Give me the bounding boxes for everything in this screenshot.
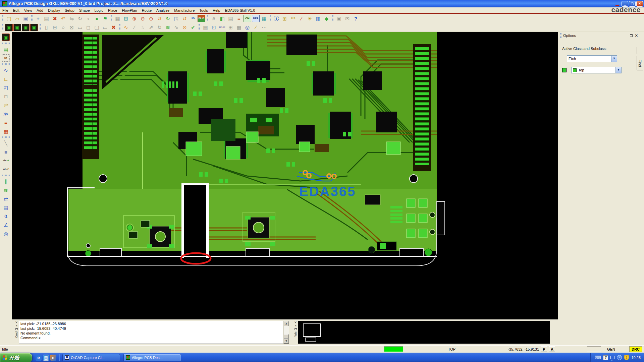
keyboard-icon[interactable]: ⌨	[595, 355, 601, 360]
menu-shape[interactable]: Shape	[77, 8, 92, 13]
clipboard-icon[interactable]: ▤	[202, 24, 209, 31]
add-slot-icon[interactable]: ⊟	[51, 24, 59, 31]
tab-visibility[interactable]	[637, 47, 639, 54]
task-orcad-capture[interactable]: OrCAD Capture CI...	[62, 354, 120, 361]
menu-help[interactable]: Help	[210, 8, 223, 13]
paste-icon[interactable]: ▤	[43, 15, 50, 22]
waive-drc-icon[interactable]: ◆	[323, 15, 330, 22]
menu-eda365-skill[interactable]: EDA365 Skill V1.0	[223, 8, 258, 13]
measure-icon[interactable]: ∠	[2, 221, 10, 229]
toolbar-grip[interactable]	[2, 175, 10, 176]
menu-place[interactable]: Place	[106, 8, 120, 13]
copy-route-icon[interactable]: ↯	[2, 213, 10, 220]
constraint-manager-icon[interactable]: CM	[244, 15, 251, 22]
redraw-icon[interactable]: ↺	[181, 15, 189, 22]
move-icon[interactable]: +	[34, 15, 42, 22]
tune-delay-icon[interactable]: ≋	[2, 186, 10, 194]
undo-icon[interactable]: ↶	[59, 15, 67, 22]
options-more-icon[interactable]: ⋯	[260, 24, 268, 31]
tray-clock[interactable]: 10:25	[631, 356, 641, 360]
highlight-icon[interactable]: ●	[93, 15, 101, 22]
world-close-icon[interactable]: ✕	[294, 321, 297, 324]
world-collapse-icon[interactable]: ◂	[295, 324, 296, 327]
subclass-dropdown[interactable]: Top ▼	[571, 67, 622, 73]
visibility-etch-icon[interactable]: ▣	[30, 24, 38, 31]
visibility-all-icon[interactable]: ▣	[22, 24, 30, 31]
bus-route-icon[interactable]: ≡	[2, 119, 10, 126]
start-button[interactable]: 开始	[0, 353, 32, 362]
toolbar-grip[interactable]	[207, 15, 208, 22]
zoom-selection-icon[interactable]: ⊙	[147, 15, 155, 22]
menu-view[interactable]: View	[22, 8, 35, 13]
toolbar-grip[interactable]	[31, 15, 33, 22]
console-lines[interactable]: last pick: -21.0185 -26.8986 last pick: …	[19, 321, 283, 344]
toolbar-grip[interactable]	[332, 15, 333, 22]
options-drag-grip[interactable]	[560, 33, 561, 38]
attach-icon[interactable]: ∘	[85, 15, 92, 22]
media-player-icon[interactable]: ▸	[50, 355, 56, 361]
zoom-previous-icon[interactable]: ↺	[156, 15, 163, 22]
options-pin-icon[interactable]	[630, 34, 633, 37]
bga-text-icon[interactable]: B102	[218, 24, 226, 31]
toolbar-grip[interactable]	[2, 15, 3, 22]
add-connect-icon[interactable]: ∿	[122, 24, 130, 31]
tray-collapse-icon[interactable]: ‹	[617, 355, 622, 360]
scroll-thumb[interactable]	[284, 334, 289, 339]
console-scrollbar[interactable]: ▲ ▼	[283, 321, 289, 344]
console-output[interactable]: last pick: -21.0185 -26.8986 last pick: …	[19, 321, 289, 344]
class-dropdown[interactable]: Etch ▼	[567, 55, 617, 62]
world-dock-grip[interactable]: ✕ ◂ Wic	[293, 321, 298, 344]
menu-analyze[interactable]: Analyze	[154, 8, 172, 13]
console-prompt[interactable]: Command >	[20, 336, 282, 340]
toolbar-grip[interactable]	[199, 24, 200, 31]
mark-icon[interactable]: ∕	[298, 15, 305, 22]
count-elements-icon[interactable]: 123	[289, 15, 297, 22]
language-bar-icon[interactable]	[610, 356, 614, 359]
route-tune-icon[interactable]: ≋	[164, 24, 172, 31]
console-close-icon[interactable]: ✕	[15, 321, 18, 324]
flash-icon[interactable]: ☀	[306, 15, 314, 22]
pin-icon[interactable]: ⚑	[101, 15, 109, 22]
world-pin-icon[interactable]	[294, 328, 297, 330]
help-tray-icon[interactable]: ?	[603, 355, 608, 360]
route-arc-icon[interactable]: ≈	[139, 24, 147, 31]
task-allegro-pcb[interactable]: Allegro PCB Desi...	[123, 354, 181, 361]
visibility-top-icon[interactable]: ▣	[5, 24, 13, 31]
add-rect-4-icon[interactable]: ▭	[101, 24, 109, 31]
open-icon[interactable]: ▱	[13, 15, 21, 22]
show-blocks-icon[interactable]: ▤	[227, 15, 234, 22]
design-canvas[interactable]: EDA365	[12, 32, 558, 319]
help-icon[interactable]: ?	[352, 15, 360, 22]
menu-flowplan[interactable]: FlowPlan	[119, 8, 139, 13]
toolbar-grip[interactable]	[2, 63, 10, 65]
board-outline-icon[interactable]: ◰	[2, 84, 10, 91]
toolbar-grip[interactable]	[2, 136, 10, 138]
show-element-icon[interactable]: i	[274, 16, 279, 21]
pattern-route-icon[interactable]: ▦	[2, 127, 10, 135]
toolbar-grip[interactable]	[2, 24, 3, 31]
console-pin-icon[interactable]	[15, 328, 18, 330]
zoom-points-icon[interactable]: ▦	[114, 15, 121, 22]
subclass-color-swatch[interactable]	[562, 68, 567, 72]
world-view-icon[interactable]: ▦	[260, 15, 268, 22]
visibility-bottom-icon[interactable]: ▣	[13, 24, 21, 31]
add-circle-icon[interactable]: ○	[59, 24, 67, 31]
edit-text-icon[interactable]: abc∕	[2, 166, 10, 173]
zoom-grid-icon[interactable]: ⊞	[122, 15, 130, 22]
security-shield-icon[interactable]: !	[624, 355, 629, 360]
route-done-icon[interactable]: ✔	[189, 24, 197, 31]
place-component-icon[interactable]: U1	[2, 54, 10, 62]
export-padstack-icon[interactable]: ▤	[2, 46, 10, 53]
place-chip-icon[interactable]: ⊡	[210, 24, 218, 31]
internet-explorer-icon[interactable]: e	[36, 355, 42, 361]
show-element-left-icon[interactable]: ◎	[2, 230, 10, 237]
visibility-dialog-icon[interactable]: ▣	[2, 34, 10, 41]
pick-mode-button[interactable]: P	[541, 346, 547, 352]
save-icon[interactable]: ▣	[22, 15, 30, 22]
export-mail-icon[interactable]: ✉	[343, 15, 351, 22]
swap-layers-icon[interactable]: ◧	[218, 15, 226, 22]
menu-add[interactable]: Add	[34, 8, 46, 13]
new-file-icon[interactable]: ▢	[5, 15, 13, 22]
view-3d-icon[interactable]: 3D	[189, 15, 197, 22]
tab-find[interactable]: Find	[637, 56, 643, 70]
